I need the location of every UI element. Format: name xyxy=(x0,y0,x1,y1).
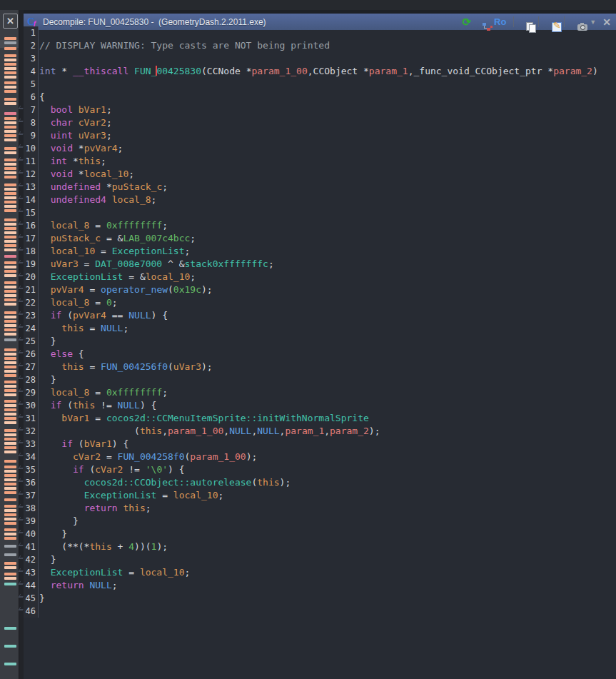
code-text: // DISPLAY WARNING: Type casts are NOT b… xyxy=(39,39,330,52)
line-number: 1 xyxy=(24,26,39,39)
line-number: 12 xyxy=(24,168,39,181)
minimap-bar xyxy=(4,413,16,416)
code-line[interactable]: 39 } xyxy=(24,515,616,528)
code-line[interactable]: 12 void *local_10; xyxy=(24,168,616,181)
code-line[interactable]: 24 this = NULL; xyxy=(24,322,616,335)
minimap-bar xyxy=(4,121,16,124)
minimap-bar xyxy=(4,183,16,186)
code-line[interactable]: 17 puStack_c = &LAB_007c4bcc; xyxy=(24,232,616,245)
code-line[interactable]: 30 if (this != NULL) { xyxy=(24,399,616,412)
line-number: 11 xyxy=(24,155,39,168)
code-line[interactable]: 36 cocos2d::CCObject::autorelease(this); xyxy=(24,476,616,489)
code-line[interactable]: 25 } xyxy=(24,335,616,348)
code-line[interactable]: 26 else { xyxy=(24,348,616,361)
code-line[interactable]: 21 pvVar4 = operator_new(0x19c); xyxy=(24,283,616,296)
code-line[interactable]: 6{ xyxy=(24,91,616,104)
code-text: undefined4 local_8; xyxy=(39,193,156,206)
edit-button[interactable]: ✎ xyxy=(546,17,557,27)
decompiler-code-area[interactable]: 12// DISPLAY WARNING: Type casts are NOT… xyxy=(24,26,616,679)
minimap-bar xyxy=(4,404,16,407)
graph-view-button[interactable] xyxy=(478,17,488,26)
code-text: void *local_10; xyxy=(39,168,134,181)
line-number: 29 xyxy=(24,386,39,399)
code-line[interactable]: 9 uint uVar3; xyxy=(24,129,616,142)
minimap-bar xyxy=(4,663,16,665)
refresh-button[interactable]: ⟳ xyxy=(462,16,471,27)
code-line[interactable]: 8 char cVar2; xyxy=(24,116,616,129)
code-line[interactable]: 37 ExceptionList = local_10; xyxy=(24,489,616,502)
code-text: } xyxy=(39,553,56,566)
code-line[interactable]: 3 xyxy=(24,52,616,65)
code-line[interactable]: 33 if (bVar1) { xyxy=(24,438,616,451)
minimap-bar xyxy=(4,159,16,161)
code-line[interactable]: 7 bool bVar1; xyxy=(24,104,616,116)
code-line[interactable]: 18 local_10 = ExceptionList; xyxy=(24,245,616,258)
code-text: ExceptionList = &local_10; xyxy=(39,271,196,283)
listing-overview-strip: ✕ xyxy=(0,10,19,679)
toolbar-separator xyxy=(564,16,565,27)
code-line[interactable]: 5 xyxy=(24,78,616,91)
minimap-bar xyxy=(4,112,16,115)
code-line[interactable]: 15 xyxy=(24,206,616,219)
minimap-bar xyxy=(4,171,16,174)
code-line[interactable]: 27 this = FUN_004256f0(uVar3); xyxy=(24,361,616,373)
line-number: 15 xyxy=(24,206,39,219)
code-line[interactable]: 44 return NULL; xyxy=(24,579,616,592)
code-line[interactable]: 1 xyxy=(24,26,616,39)
code-line[interactable]: 43 ExceptionList = local_10; xyxy=(24,566,616,579)
code-line[interactable]: 41 (**(*this + 4))(1); xyxy=(24,540,616,553)
code-text: (this,param_1_00,NULL,NULL,param_1,param… xyxy=(39,425,380,438)
code-line[interactable]: 10 void *pvVar4; xyxy=(24,142,616,155)
code-text: if (cVar2 != '\0') { xyxy=(39,463,185,476)
copy-button[interactable] xyxy=(521,17,531,27)
minimap-bar xyxy=(4,518,16,520)
code-line[interactable]: 4int * __thiscall FUN_00425830(CCNode *p… xyxy=(24,65,616,78)
minimap-bar xyxy=(4,509,16,512)
line-number: 16 xyxy=(24,219,39,232)
code-line[interactable]: 29 local_8 = 0xffffffff; xyxy=(24,386,616,399)
left-panel-close-button[interactable]: ✕ xyxy=(3,14,18,29)
code-line[interactable]: 31 bVar1 = cocos2d::CCMenuItemSprite::in… xyxy=(24,412,616,425)
code-line[interactable]: 2// DISPLAY WARNING: Type casts are NOT … xyxy=(24,39,616,52)
code-line[interactable]: 46 xyxy=(24,605,616,618)
code-line[interactable]: 19 uVar3 = DAT_008e7000 ^ &stack0xffffff… xyxy=(24,258,616,271)
code-text: char cVar2; xyxy=(39,116,112,129)
snapshot-button[interactable] xyxy=(572,17,583,26)
code-line[interactable]: 13 undefined *puStack_c; xyxy=(24,181,616,193)
line-number: 23 xyxy=(24,309,39,322)
minimap-bar xyxy=(4,86,16,89)
minimap-bar xyxy=(4,537,16,540)
code-line[interactable]: 40 } xyxy=(24,528,616,540)
minimap-bar xyxy=(4,227,16,230)
code-text: int *this; xyxy=(39,155,106,168)
minimap-bar xyxy=(4,54,16,57)
minimap-bar xyxy=(4,255,16,258)
code-line[interactable]: 11 int *this; xyxy=(24,155,616,168)
minimap-bar xyxy=(4,188,16,191)
minimap-bar xyxy=(4,438,16,441)
line-number: 17 xyxy=(24,232,39,245)
minimap-bar xyxy=(4,209,16,212)
code-line[interactable]: 32 (this,param_1_00,NULL,NULL,param_1,pa… xyxy=(24,425,616,438)
minimap-bar xyxy=(4,139,16,141)
ro-button[interactable]: Ro xyxy=(494,16,506,27)
line-number: 27 xyxy=(24,361,39,373)
toolbar-menu-button[interactable]: ▼ xyxy=(590,19,596,26)
code-text: } xyxy=(39,335,56,348)
minimap-bar xyxy=(4,566,16,569)
code-line[interactable]: 34 cVar2 = FUN_004258f0(param_1_00); xyxy=(24,451,616,463)
code-line[interactable]: 22 local_8 = 0; xyxy=(24,296,616,309)
code-line[interactable]: 14 undefined4 local_8; xyxy=(24,193,616,206)
minimap-bar xyxy=(4,421,16,424)
code-line[interactable]: 16 local_8 = 0xffffffff; xyxy=(24,219,616,232)
code-line[interactable]: 28 } xyxy=(24,373,616,386)
minimap-bar xyxy=(4,417,16,420)
code-line[interactable]: 45} xyxy=(24,592,616,605)
code-line[interactable]: 35 if (cVar2 != '\0') { xyxy=(24,463,616,476)
minimap-bar xyxy=(4,261,16,264)
code-line[interactable]: 42 } xyxy=(24,553,616,566)
code-line[interactable]: 38 return this; xyxy=(24,502,616,515)
code-line[interactable]: 20 ExceptionList = &local_10; xyxy=(24,271,616,283)
line-number: 6 xyxy=(24,91,39,104)
code-line[interactable]: 23 if (pvVar4 == NULL) { xyxy=(24,309,616,322)
